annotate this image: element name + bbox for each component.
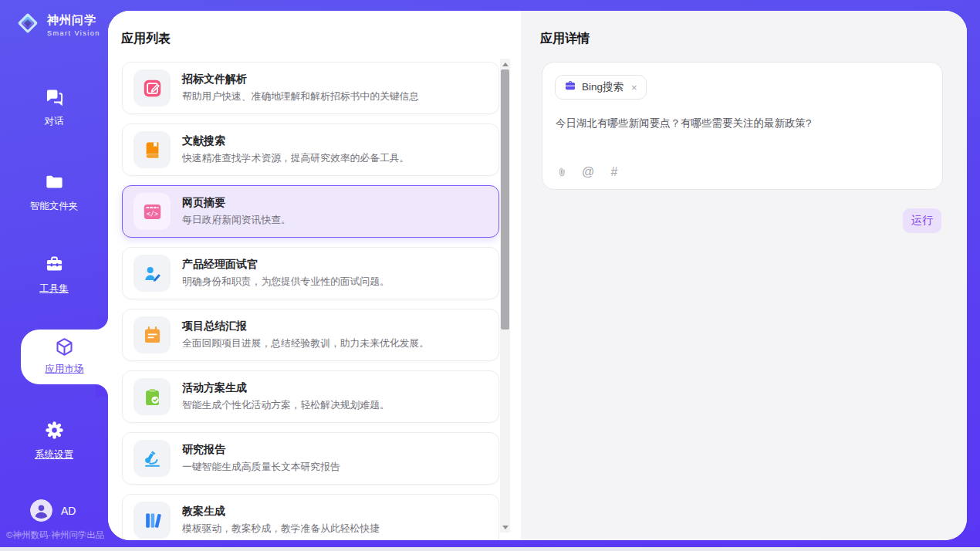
sidebar-item-label: 智能文件夹 [0,200,108,213]
app-card-title: 招标文件解析 [182,73,419,86]
hash-icon[interactable]: # [608,165,620,179]
clipboard-check-icon [133,378,171,415]
briefcase-icon [564,79,576,95]
brand-subtitle: Smart Vision [47,29,100,37]
gear-icon [44,420,65,441]
app-card-description: 明确身份和职责，为您提供专业性的面试问题。 [182,276,390,289]
interviewer-icon [133,255,171,292]
chip-close-icon[interactable]: × [631,82,637,93]
scrollbar-thumb[interactable] [501,69,509,330]
app-card-4[interactable]: 产品经理面试官 明确身份和职责，为您提供专业性的面试问题。 [122,247,499,299]
app-list-title: 应用列表 [121,31,171,47]
app-card-description: 全面回顾项目进展，总结经验教训，助力未来优化发展。 [182,337,429,350]
avatar [30,499,52,522]
question-text[interactable]: 今日湖北有哪些新闻要点？有哪些需要关注的最新政策? [556,117,929,130]
scrollbar-track[interactable] [500,59,510,532]
app-card-7[interactable]: 研究报告 一键智能生成高质量长文本研究报告 [122,432,499,485]
sidebar-item-3[interactable]: 工具集 [0,254,108,296]
sidebar-item-2[interactable]: 智能文件夹 [0,171,108,213]
book-icon [133,131,171,168]
sidebar-item-label: 应用市场 [21,363,108,376]
sidebar-item-label: 对话 [0,115,108,128]
app-card-title: 项目总结汇报 [182,319,429,333]
app-card-2[interactable]: 文献搜索 快速精准查找学术资源，提高研究效率的必备工具。 [122,123,499,176]
active-tab-notch-top [96,317,108,330]
app-card-list: 招标文件解析 帮助用户快速、准确地理解和解析招标书中的关键信息 文献搜索 快速精… [122,62,499,540]
edit-doc-icon [133,69,171,106]
app-card-8[interactable]: 教案生成 模板驱动，教案秒成，教学准备从此轻松快捷 [122,494,499,540]
report-note-icon [133,316,171,353]
app-detail-panel: 应用详情 Bing搜索 × 今日湖北有哪些新闻要点？有哪些需要关注的最新政策? … [521,11,967,540]
paperclip-icon[interactable] [556,165,568,179]
tool-chip-label: Bing搜索 [582,80,623,94]
bottom-edge-strip [0,547,980,551]
app-card-1[interactable]: 招标文件解析 帮助用户快速、准确地理解和解析招标书中的关键信息 [122,62,499,114]
app-card-6[interactable]: 活动方案生成 智能生成个性化活动方案，轻松解决规划难题。 [122,370,499,423]
active-tab-notch-bottom [96,384,108,397]
brand-name: 神州问学 [47,13,100,28]
sidebar-item-active-4[interactable]: 应用市场 [21,330,108,384]
app-detail-title: 应用详情 [540,31,590,47]
composer-toolbar: @# [556,165,620,179]
brand-logo: 神州问学 Smart Vision [14,9,100,40]
sidebar-item-1[interactable]: 对话 [0,86,108,128]
app-card-title: 教案生成 [182,505,380,519]
sidebar-item-label: 系统设置 [0,448,108,461]
app-card-title: 活动方案生成 [182,381,390,395]
sidebar-item-5[interactable]: 系统设置 [0,420,108,461]
app-card-title: 研究报告 [182,443,340,457]
toolbox-icon [44,254,65,275]
app-card-description: 一键智能生成高质量长文本研究报告 [182,461,340,474]
app-list-panel: 应用列表 招标文件解析 帮助用户快速、准确地理解和解析招标书中的关键信息 文献搜… [108,11,521,540]
books-icon [133,502,171,539]
scrollbar-up-arrow[interactable] [500,59,510,69]
at-icon[interactable]: @ [582,165,594,179]
app-card-3[interactable]: </> 网页摘要 每日政府新闻资讯快查。 [122,185,499,238]
app-card-title: 网页摘要 [182,196,291,210]
app-card-description: 智能生成个性化活动方案，轻松解决规划难题。 [182,399,390,412]
app-card-title: 文献搜索 [182,134,409,148]
sidebar: 神州问学 Smart Vision 对话 智能文件夹 工具集 应用市场 系统设置… [0,0,108,551]
prompt-composer: Bing搜索 × 今日湖北有哪些新闻要点？有哪些需要关注的最新政策? @# [542,62,943,190]
tool-chip-bing-search[interactable]: Bing搜索 × [555,75,647,100]
app-card-description: 每日政府新闻资讯快查。 [182,214,291,227]
app-card-5[interactable]: 项目总结汇报 全面回顾项目进展，总结经验教训，助力未来优化发展。 [122,309,499,361]
scrollbar-down-arrow[interactable] [500,522,510,532]
user-profile[interactable]: AD [30,499,76,522]
chat-icon [44,86,65,107]
browser-icon: </> [133,193,171,230]
main-content-shell: 应用列表 招标文件解析 帮助用户快速、准确地理解和解析招标书中的关键信息 文献搜… [108,11,967,540]
microscope-icon [133,440,171,477]
app-card-description: 快速精准查找学术资源，提高研究效率的必备工具。 [182,152,409,165]
app-card-title: 产品经理面试官 [182,258,390,272]
sidebar-item-label: 工具集 [0,282,108,296]
copyright-footer: ©神州数码·神州问学出品 [6,529,104,541]
cube-icon [54,346,75,360]
user-initials: AD [61,505,76,517]
folder-icon [44,171,65,192]
app-card-description: 模板驱动，教案秒成，教学准备从此轻松快捷 [182,522,380,536]
run-button[interactable]: 运行 [903,208,941,233]
diamond-logo-icon [14,9,42,40]
svg-text:</>: </> [146,209,157,217]
app-card-description: 帮助用户快速、准确地理解和解析招标书中的关键信息 [182,90,419,103]
